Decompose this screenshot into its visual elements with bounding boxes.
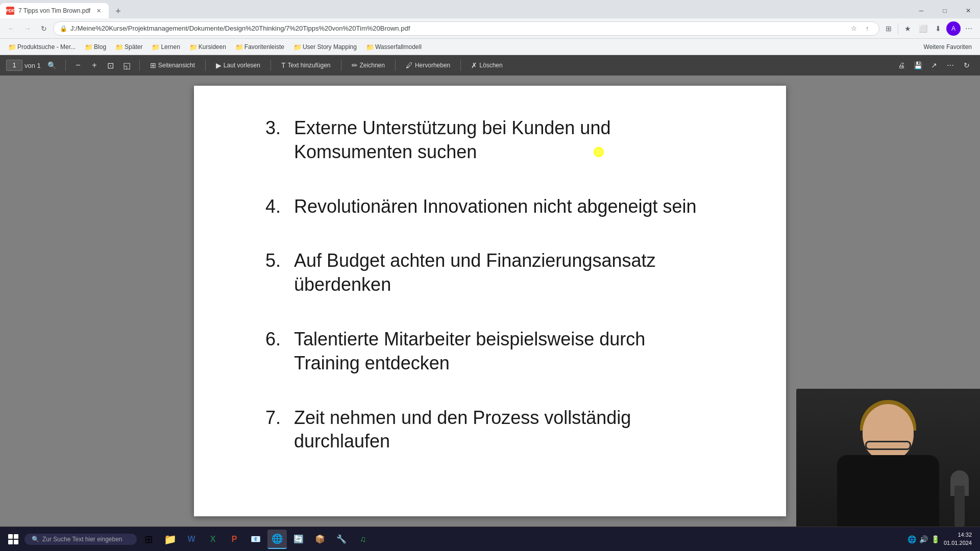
system-clock[interactable]: 14:32 01.01.2024 — [944, 531, 972, 547]
share-icon[interactable]: ↑ — [862, 23, 873, 34]
clock-time: 14:32 — [944, 531, 972, 539]
folder-icon: 📁 — [189, 43, 197, 51]
start-button[interactable] — [4, 530, 22, 548]
microphone-stand — [954, 486, 965, 527]
app-refresh[interactable]: 🔄 — [289, 530, 308, 549]
windows-icon — [8, 534, 18, 544]
item-text: Zeit nehmen und den Prozess vollständig … — [294, 406, 715, 454]
zoom-in-button[interactable]: + — [88, 59, 101, 71]
hervorheben-button[interactable]: 🖊 Hervorheben — [402, 59, 454, 71]
app-box[interactable]: 📦 — [310, 530, 330, 549]
page-total: von 1 — [24, 62, 41, 69]
settings-button[interactable]: ⋯ — [962, 21, 976, 36]
item-number: 6. — [265, 328, 286, 375]
more-pdf-button[interactable]: ⋯ — [943, 58, 958, 72]
laut-vorlesen-button[interactable]: ▶ Laut vorlesen — [212, 59, 264, 71]
separator — [271, 60, 271, 71]
bookmark-wasserfallmodell[interactable]: 📁 Wasserfallmodell — [362, 41, 426, 53]
zeichnen-icon: ✏ — [352, 61, 358, 69]
separator — [139, 60, 140, 71]
close-button[interactable]: ✕ — [957, 3, 980, 18]
task-view-button[interactable]: ⊞ — [139, 530, 158, 549]
outlook-button[interactable]: 📧 — [246, 530, 265, 549]
address-icons: ☆ ↑ — [848, 23, 873, 34]
vorlesen-icon: ▶ — [216, 61, 222, 69]
active-tab[interactable]: PDF 7 Tipps von Tim Brown.pdf ✕ — [0, 3, 109, 18]
bookmark-lernen[interactable]: 📁 Lernen — [148, 41, 184, 53]
bookmark-favoritenleiste[interactable]: 📁 Favoritenleiste — [231, 41, 288, 53]
taskbar-system-area: 🌐 🔊 🔋 14:32 01.01.2024 — [908, 531, 976, 547]
tab-bar: PDF 7 Tipps von Tim Brown.pdf ✕ + ─ □ ✕ — [0, 0, 980, 18]
downloads-button[interactable]: ⬇ — [931, 21, 945, 36]
profile-button[interactable]: A — [946, 21, 961, 36]
folder-icon: 📁 — [8, 43, 15, 51]
bookmark-kursideen[interactable]: 📁 Kursideen — [185, 41, 230, 53]
bookmark-spaeter[interactable]: 📁 Später — [111, 41, 146, 53]
refresh-button[interactable]: ↻ — [37, 21, 51, 36]
volume-icon[interactable]: 🔊 — [919, 535, 928, 543]
person-body — [837, 455, 939, 527]
pdf-search-button[interactable]: 🔍 — [45, 58, 59, 72]
extensions-button[interactable]: ⊞ — [881, 21, 896, 36]
bookmark-produktsuche[interactable]: 📁 Produktsuche - Mer... — [4, 41, 80, 53]
taskbar-search[interactable]: 🔍 Zur Suche Text hier eingeben — [24, 534, 137, 545]
system-icons: 🌐 🔊 🔋 — [908, 535, 940, 543]
list-item: 3. Externe Unterstützung bei Kunden und … — [265, 116, 715, 164]
save-button[interactable]: 💾 — [911, 58, 925, 72]
seitenansicht-button[interactable]: ⊞ Seitenansicht — [146, 59, 199, 71]
bookmark-story-mapping[interactable]: 📁 User Story Mapping — [289, 41, 361, 53]
collections-button[interactable]: ⬜ — [916, 21, 930, 36]
tab-favicon: PDF — [6, 7, 14, 15]
person-head — [863, 404, 914, 460]
address-bar[interactable]: 🔒 J:/Meine%20Kurse/Projektmanagement/Dok… — [53, 21, 879, 36]
list-item: 7. Zeit nehmen und den Prozess vollständ… — [265, 406, 715, 454]
item-number: 7. — [265, 406, 286, 454]
share-pdf-button[interactable]: ↗ — [927, 58, 941, 72]
tab-close-button[interactable]: ✕ — [94, 7, 103, 15]
word-button[interactable]: W — [182, 530, 201, 549]
fit-page-button[interactable]: ⊡ — [105, 59, 117, 71]
pdf-page: 3. Externe Unterstützung bei Kunden und … — [194, 86, 786, 516]
more-favorites-button[interactable]: Weitere Favoriten — [920, 41, 976, 53]
app-tool[interactable]: 🔧 — [332, 530, 351, 549]
zeichnen-button[interactable]: ✏ Zeichnen — [348, 59, 389, 71]
rotate-button[interactable]: ↻ — [960, 58, 974, 72]
folder-icon: 📁 — [235, 43, 242, 51]
browser-window: PDF 7 Tipps von Tim Brown.pdf ✕ + ─ □ ✕ … — [0, 0, 980, 551]
webcam-overlay — [796, 389, 980, 527]
maximize-button[interactable]: □ — [933, 3, 957, 18]
text-hinzufuegen-button[interactable]: T Text hinzufügen — [277, 59, 335, 71]
powerpoint-button[interactable]: P — [225, 530, 244, 549]
page-number-input[interactable] — [6, 60, 22, 71]
forward-button[interactable]: → — [20, 21, 35, 36]
zoom-out-button[interactable]: − — [72, 59, 84, 71]
webcam-video — [796, 389, 980, 527]
print-button[interactable]: 🖨 — [894, 58, 909, 72]
item-text: Revolutionären Innovationen nicht abgene… — [294, 195, 697, 219]
item-text: Auf Budget achten und Finanzierungsansat… — [294, 249, 715, 297]
file-explorer-button[interactable]: 📁 — [160, 530, 180, 549]
new-tab-button[interactable]: + — [111, 4, 125, 18]
back-button[interactable]: ← — [4, 21, 18, 36]
separator — [205, 60, 206, 71]
star-icon[interactable]: ☆ — [848, 23, 860, 34]
window-controls: ─ □ ✕ — [910, 3, 980, 18]
chrome-button[interactable]: 🌐 — [267, 530, 287, 549]
loeschen-button[interactable]: ✗ Löschen — [467, 59, 506, 71]
battery-icon[interactable]: 🔋 — [931, 535, 940, 543]
tab-title: 7 Tipps von Tim Brown.pdf — [18, 7, 90, 14]
divider — [898, 23, 898, 34]
app-spotify[interactable]: ♫ — [353, 530, 373, 549]
network-icon[interactable]: 🌐 — [908, 535, 916, 543]
minimize-button[interactable]: ─ — [910, 3, 933, 18]
list-item: 6. Talentierte Mitarbeiter beispielsweis… — [265, 328, 715, 375]
loeschen-icon: ✗ — [471, 61, 477, 69]
excel-button[interactable]: X — [203, 530, 223, 549]
favorites-button[interactable]: ★ — [900, 21, 915, 36]
text-icon: T — [281, 61, 286, 69]
actual-size-button[interactable]: ◱ — [121, 59, 133, 71]
lock-icon: 🔒 — [60, 25, 67, 32]
clock-date: 01.01.2024 — [944, 539, 972, 547]
bookmark-blog[interactable]: 📁 Blog — [81, 41, 110, 53]
person-glasses — [865, 441, 911, 450]
